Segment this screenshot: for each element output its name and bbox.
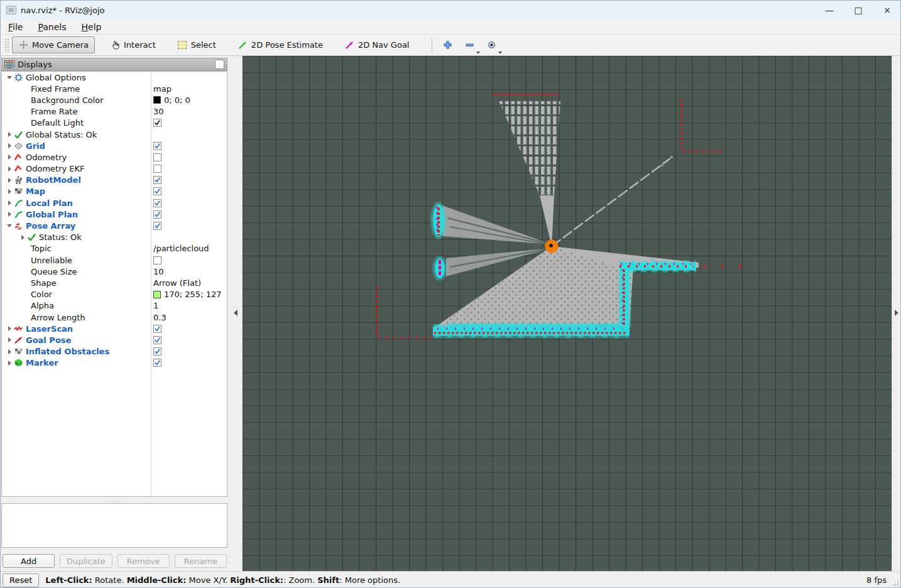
row-value[interactable]: 1 [153,301,158,310]
expand-arrow-icon[interactable] [6,166,13,172]
dropdown-arrow-icon[interactable] [498,52,502,54]
display-row-pose-array[interactable]: Pose Array [2,220,227,231]
menu-file[interactable]: File [8,22,23,32]
row-checkbox[interactable] [153,176,161,184]
expand-arrow-icon[interactable] [6,337,13,342]
row-checkbox[interactable] [153,336,161,344]
row-checkbox[interactable] [153,142,161,150]
color-swatch[interactable] [153,96,161,104]
row-checkbox[interactable] [153,210,161,219]
row-checkbox[interactable] [153,222,161,230]
display-row-global-status-ok[interactable]: Global Status: Ok [2,129,227,140]
expand-arrow-icon[interactable] [6,361,13,366]
display-row-grid[interactable]: Grid [2,140,227,151]
row-value[interactable]: 10 [153,267,164,276]
row-checkbox[interactable] [153,119,161,127]
toolbar-grip[interactable] [4,38,9,52]
views-eye-button[interactable] [484,38,500,52]
expand-arrow-icon[interactable] [6,143,13,148]
reset-button[interactable]: Reset [3,574,39,587]
display-row-arrow-length[interactable]: Arrow Length0.3 [2,312,227,323]
display-row-map[interactable]: Map [2,186,227,197]
duplicate-button[interactable]: Duplicate [60,554,112,568]
menu-help[interactable]: Help [82,22,102,32]
tool-label: Select [191,40,216,50]
row-checkbox[interactable] [153,347,161,356]
expand-arrow-icon[interactable] [6,189,13,194]
display-row-robotmodel[interactable]: RobotModel [2,175,227,186]
row-value[interactable]: Arrow (Flat) [153,278,201,288]
expand-arrow-icon[interactable] [6,200,13,205]
display-row-queue-size[interactable]: Queue Size10 [2,266,227,277]
row-checkbox[interactable] [153,165,161,173]
collapse-left-icon[interactable] [234,310,238,316]
row-value[interactable]: 0; 0; 0 [164,95,190,105]
tool-label: Move Camera [32,40,89,50]
views-eye-icon [486,40,497,50]
menu-panels[interactable]: Panels [38,22,66,32]
display-row-alpha[interactable]: Alpha1 [2,300,227,312]
display-row-default-light[interactable]: Default Light [2,117,227,129]
expand-arrow-icon[interactable] [6,132,13,137]
display-row-odometry[interactable]: Odometry [2,151,227,163]
3d-viewport[interactable] [243,56,892,571]
row-value[interactable]: 30 [153,107,164,116]
display-row-frame-rate[interactable]: Frame Rate30 [2,106,227,117]
close-button[interactable]: × [873,1,901,19]
display-row-laserscan[interactable]: LaserScan [2,323,227,334]
display-row-color[interactable]: Color170; 255; 127 [2,289,227,300]
remove-button[interactable]: Remove [117,554,170,568]
displays-panel-header[interactable]: Displays [1,58,227,71]
collapse-right-icon[interactable] [895,310,898,316]
expand-arrow-icon[interactable] [6,212,13,217]
row-value[interactable]: 0.3 [153,313,167,322]
display-row-global-options[interactable]: Global Options [2,72,227,83]
add-button[interactable]: Add [3,554,55,568]
tool-move-camera[interactable]: Move Camera [12,36,95,53]
display-row-global-plan[interactable]: Global Plan [2,209,227,220]
expand-arrow-icon[interactable] [6,224,13,227]
expand-arrow-icon[interactable] [6,155,13,160]
expand-arrow-icon[interactable] [6,326,13,331]
display-row-fixed-frame[interactable]: Fixed Framemap [2,83,227,94]
tool-2d-nav-goal[interactable]: 2D Nav Goal [338,36,416,53]
panel-splitter-handle[interactable]: ...... [1,497,228,503]
row-checkbox[interactable] [153,187,161,195]
panel-float-button[interactable] [215,60,224,69]
remove-tool-button[interactable] [462,38,478,52]
row-value[interactable]: /particlecloud [153,244,209,253]
dropdown-arrow-icon[interactable] [476,52,480,54]
display-row-unreliable[interactable]: Unreliable [2,254,227,266]
display-row-background-color[interactable]: Background Color0; 0; 0 [2,94,227,106]
maximize-button[interactable]: □ [844,1,873,19]
tree-column-separator[interactable] [151,72,151,496]
display-row-topic[interactable]: Topic/particlecloud [2,243,227,254]
color-swatch[interactable] [153,291,161,298]
expand-arrow-icon[interactable] [6,178,13,183]
display-row-local-plan[interactable]: Local Plan [2,197,227,209]
row-checkbox[interactable] [153,199,161,207]
panel-view-splitter[interactable] [228,56,243,571]
tool-interact[interactable]: Interact [104,36,162,53]
tool-select[interactable]: Select [171,36,222,53]
row-value[interactable]: map [153,84,172,94]
row-checkbox[interactable] [153,153,161,161]
row-checkbox[interactable] [153,256,161,264]
add-tool-button[interactable] [440,38,456,52]
row-checkbox[interactable] [153,359,161,367]
tool-2d-pose-estimate[interactable]: 2D Pose Estimate [231,36,329,53]
expand-arrow-icon[interactable] [6,349,13,354]
expand-arrow-icon[interactable] [19,235,26,240]
display-row-shape[interactable]: ShapeArrow (Flat) [2,277,227,288]
rename-button[interactable]: Rename [175,554,227,568]
row-checkbox[interactable] [153,325,161,333]
display-row-marker[interactable]: Marker [2,357,227,369]
display-row-status-ok[interactable]: Status: Ok [2,232,227,243]
display-row-inflated-obstacles[interactable]: Inflated Obstacles [2,346,227,357]
display-row-goal-pose[interactable]: Goal Pose [2,334,227,346]
row-value[interactable]: 170; 255; 127 [164,290,221,299]
display-row-odometry-ekf[interactable]: Odometry EKF [2,163,227,175]
expand-arrow-icon[interactable] [6,76,13,79]
right-collapse-strip[interactable] [892,56,901,571]
minimize-button[interactable]: — [815,1,844,19]
